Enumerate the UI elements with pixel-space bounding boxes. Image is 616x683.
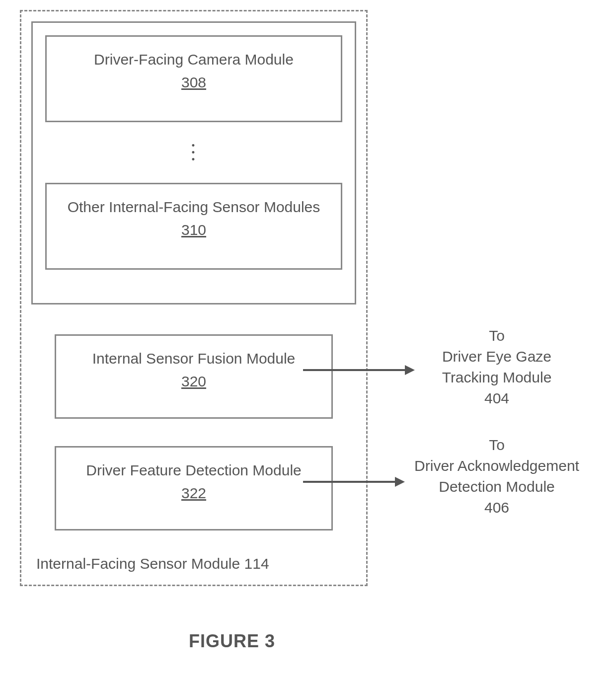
other-internal-sensors-module-box: Other Internal-Facing Sensor Modules 310 xyxy=(45,183,342,270)
other-sensors-label: Other Internal-Facing Sensor Modules xyxy=(54,197,333,218)
driver-facing-camera-module-box: Driver-Facing Camera Module 308 xyxy=(45,35,342,122)
gaze-prefix: To xyxy=(417,325,576,346)
ack-prefix: To xyxy=(407,435,586,455)
figure-title: FIGURE 3 xyxy=(189,631,275,652)
camera-module-label: Driver-Facing Camera Module xyxy=(54,49,333,70)
svg-marker-3 xyxy=(395,477,405,487)
fusion-module-ref: 320 xyxy=(181,373,206,390)
output-acknowledgement-label: To Driver Acknowledgement Detection Modu… xyxy=(407,435,586,518)
ellipsis-dots: ••• xyxy=(45,122,342,183)
arrow-to-gaze-tracking xyxy=(303,360,417,380)
sensor-modules-group: Driver-Facing Camera Module 308 ••• Othe… xyxy=(31,21,356,304)
ack-ref: 406 xyxy=(407,497,586,518)
other-sensors-ref: 310 xyxy=(181,222,206,238)
arrow-to-acknowledgement xyxy=(303,472,407,492)
svg-marker-1 xyxy=(405,365,415,375)
driver-feature-detection-module-box: Driver Feature Detection Module 322 xyxy=(55,446,333,531)
output-gaze-tracking-label: To Driver Eye Gaze Tracking Module 404 xyxy=(417,325,576,409)
gaze-ref: 404 xyxy=(417,388,576,409)
internal-sensor-fusion-module-box: Internal Sensor Fusion Module 320 xyxy=(55,334,333,419)
feature-detection-label: Driver Feature Detection Module xyxy=(64,460,324,481)
internal-facing-sensor-module-container: Driver-Facing Camera Module 308 ••• Othe… xyxy=(20,10,368,586)
container-label: Internal-Facing Sensor Module 114 xyxy=(36,555,269,572)
ack-label: Driver Acknowledgement Detection Module xyxy=(407,455,586,497)
camera-module-ref: 308 xyxy=(181,74,206,91)
gaze-label: Driver Eye Gaze Tracking Module xyxy=(417,346,576,388)
fusion-module-label: Internal Sensor Fusion Module xyxy=(64,348,324,369)
feature-detection-ref: 322 xyxy=(181,485,206,502)
